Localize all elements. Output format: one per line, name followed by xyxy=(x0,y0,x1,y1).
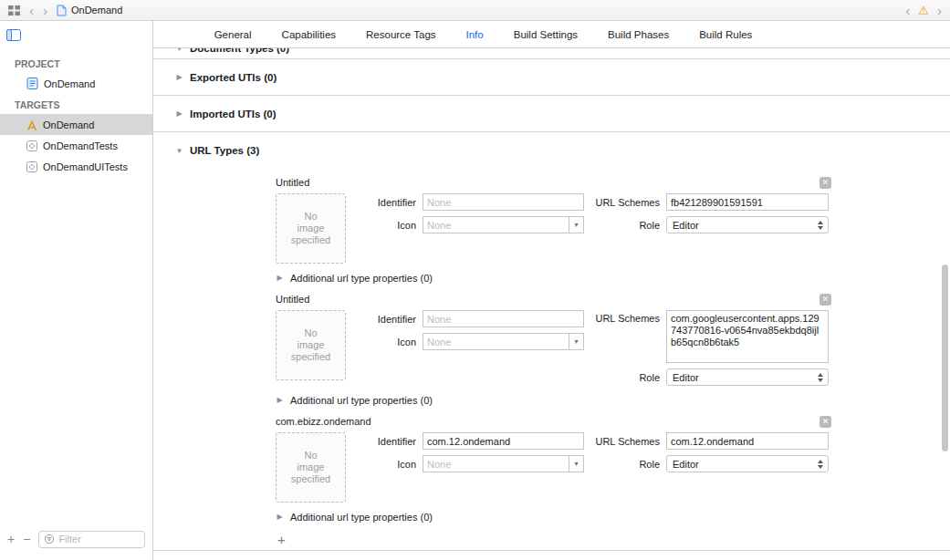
section-document-types[interactable]: ▼ Document Types (0) xyxy=(153,48,950,59)
role-label: Role xyxy=(584,220,666,231)
tab-build-phases[interactable]: Build Phases xyxy=(608,29,669,40)
project-section-header: PROJECT xyxy=(0,53,152,73)
section-exported-utis[interactable]: ▶ Exported UTIs (0) xyxy=(153,59,950,96)
url-type-entry: Untitled ✕ No image specified Identifier xyxy=(276,174,831,285)
standard-editor-icon[interactable] xyxy=(6,29,21,41)
tab-resource-tags[interactable]: Resource Tags xyxy=(366,29,436,40)
additional-properties-label: Additional url type properties (0) xyxy=(290,395,433,406)
back-chevron-icon[interactable]: ‹ xyxy=(29,4,34,17)
identifier-input[interactable] xyxy=(423,310,584,327)
delete-url-type-icon[interactable]: ✕ xyxy=(820,416,831,428)
tab-capabilities[interactable]: Capabilities xyxy=(282,29,336,40)
sidebar-bottom-bar: + − xyxy=(0,525,152,560)
identifier-input[interactable] xyxy=(423,193,584,211)
tab-info[interactable]: Info xyxy=(466,29,484,40)
vertical-scrollbar[interactable] xyxy=(942,264,948,451)
icon-label: Icon xyxy=(346,337,423,347)
sidebar-item-label: OnDemand xyxy=(43,119,94,130)
image-well[interactable]: No image specified xyxy=(276,310,346,380)
popup-arrows-icon xyxy=(814,221,828,230)
role-popup-button[interactable]: Editor xyxy=(666,368,829,386)
sidebar-item-target-ondemandtests[interactable]: OnDemandTests xyxy=(0,135,152,156)
test-target-icon xyxy=(26,161,37,172)
url-schemes-label: URL Schemes xyxy=(584,436,666,447)
no-image-label: No image specified xyxy=(291,450,330,485)
image-well[interactable]: No image specified xyxy=(276,193,346,264)
url-type-form: No image specified Identifier Icon xyxy=(276,310,831,386)
sidebar-item-label: OnDemandUITests xyxy=(43,161,128,172)
role-label: Role xyxy=(584,459,666,470)
role-value: Editor xyxy=(667,220,814,231)
url-types-list: Untitled ✕ No image specified Identifier xyxy=(276,174,831,546)
sidebar-item-label: OnDemandTests xyxy=(43,140,118,151)
url-type-title-row: Untitled ✕ xyxy=(276,174,831,191)
form-columns: Identifier Icon None ▾ xyxy=(346,310,831,386)
add-target-button[interactable]: + xyxy=(7,533,15,545)
url-type-entry: com.ebizz.ondemand ✕ No image specified … xyxy=(276,413,831,524)
delete-url-type-icon[interactable]: ✕ xyxy=(820,294,831,306)
url-schemes-label: URL Schemes xyxy=(584,197,666,208)
no-image-label: No image specified xyxy=(291,327,330,363)
add-url-type-button[interactable]: + xyxy=(277,532,286,547)
test-target-icon xyxy=(26,140,37,151)
sidebar-item-project-ondemand[interactable]: OnDemand xyxy=(0,73,152,94)
section-title: Document Types (0) xyxy=(190,48,289,54)
icon-combo-box[interactable]: None ▾ xyxy=(423,455,584,472)
main-split: PROJECT OnDemand TARGETS OnDemand xyxy=(0,21,950,560)
url-type-title-row: com.ebizz.ondemand ✕ xyxy=(276,413,831,430)
tab-build-settings[interactable]: Build Settings xyxy=(514,29,578,40)
icon-combo-box[interactable]: None ▾ xyxy=(423,216,584,233)
remove-target-button[interactable]: − xyxy=(23,533,30,545)
form-column-left: Identifier Icon None ▾ xyxy=(346,432,584,503)
section-imported-utis[interactable]: ▶ Imported UTIs (0) xyxy=(153,96,950,132)
breadcrumb-title: OnDemand xyxy=(71,5,122,16)
content-bottom-divider xyxy=(153,550,950,551)
additional-properties-row[interactable]: ▶ Additional url type properties (0) xyxy=(276,270,831,285)
form-columns: Identifier Icon None ▾ xyxy=(346,193,831,264)
disclosure-collapsed-icon: ▶ xyxy=(276,513,284,521)
filter-icon xyxy=(44,534,55,544)
sidebar-item-target-ondemand[interactable]: OnDemand xyxy=(0,114,152,135)
previous-issue-chevron-icon[interactable]: ‹ xyxy=(905,4,910,17)
url-type-form: No image specified Identifier Icon xyxy=(276,193,831,264)
url-type-name[interactable]: Untitled xyxy=(276,294,309,305)
icon-combo-box[interactable]: None ▾ xyxy=(423,333,584,350)
url-schemes-textarea[interactable]: com.googleusercontent.apps.129743770816-… xyxy=(666,310,829,363)
role-popup-button[interactable]: Editor xyxy=(666,455,829,472)
filter-input[interactable] xyxy=(58,534,140,544)
window-panes-icon[interactable] xyxy=(8,5,20,16)
image-well[interactable]: No image specified xyxy=(276,432,346,503)
project-icon xyxy=(26,78,38,89)
target-tab-bar: General Capabilities Resource Tags Info … xyxy=(153,21,950,48)
form-column-right: URL Schemes Role Editor xyxy=(584,193,829,264)
url-schemes-input[interactable] xyxy=(666,193,829,211)
combo-arrow-icon: ▾ xyxy=(569,456,583,472)
url-schemes-input[interactable] xyxy=(666,432,829,450)
tab-general[interactable]: General xyxy=(214,29,252,40)
identifier-input[interactable] xyxy=(423,432,584,450)
next-issue-chevron-icon[interactable]: › xyxy=(937,4,942,17)
identifier-label: Identifier xyxy=(346,197,423,208)
forward-chevron-icon[interactable]: › xyxy=(43,4,47,17)
additional-properties-row[interactable]: ▶ Additional url type properties (0) xyxy=(276,509,831,524)
toolbar-right-group: ‹ ⚠ › xyxy=(905,4,942,17)
additional-properties-label: Additional url type properties (0) xyxy=(290,512,433,523)
delete-url-type-icon[interactable]: ✕ xyxy=(820,177,831,189)
additional-properties-row[interactable]: ▶ Additional url type properties (0) xyxy=(276,392,831,408)
url-type-name[interactable]: Untitled xyxy=(276,177,309,188)
url-type-name[interactable]: com.ebizz.ondemand xyxy=(276,416,371,427)
combo-arrow-icon: ▾ xyxy=(569,217,583,233)
section-url-types[interactable]: ▼ URL Types (3) xyxy=(153,132,950,169)
role-popup-button[interactable]: Editor xyxy=(666,216,829,233)
section-title: Imported UTIs (0) xyxy=(190,109,277,119)
section-title: URL Types (3) xyxy=(190,145,259,156)
sidebar-item-target-ondemanduitests[interactable]: OnDemandUITests xyxy=(0,156,152,177)
filter-field[interactable] xyxy=(38,531,145,548)
breadcrumb[interactable]: OnDemand xyxy=(57,5,122,16)
warning-icon[interactable]: ⚠ xyxy=(918,5,929,16)
form-column-right: URL Schemes Role Editor xyxy=(584,432,829,503)
disclosure-collapsed-icon: ▶ xyxy=(175,109,183,118)
url-type-title-row: Untitled ✕ xyxy=(276,291,831,307)
tab-build-rules[interactable]: Build Rules xyxy=(699,29,752,40)
role-value: Editor xyxy=(667,372,814,383)
